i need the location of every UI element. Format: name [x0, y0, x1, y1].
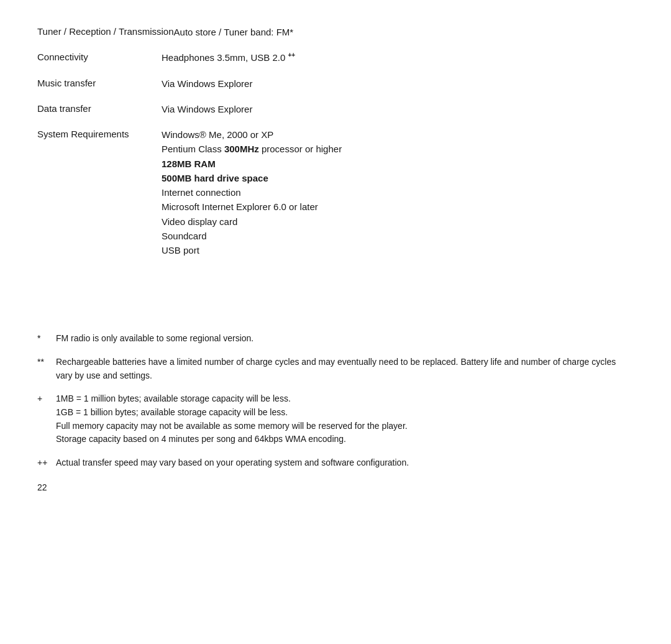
footnote-text-double-star: Rechargeable batteries have a limited nu…: [56, 356, 634, 382]
footnote-marker-star: *: [37, 332, 56, 346]
specs-table: Tuner / Reception / Transmission Auto st…: [37, 25, 634, 257]
sysreq-line-5: Internet connection: [162, 185, 634, 200]
sysreq-bold-1: 300MHz: [224, 144, 259, 154]
footnote-marker-plus: +: [37, 392, 56, 446]
sysreq-line-9: USB port: [162, 243, 634, 257]
footnote-item-plus: + 1MB = 1 million bytes; available stora…: [37, 392, 634, 446]
spec-label-system-requirements: System Requirements: [37, 127, 162, 257]
page-number: 22: [37, 482, 634, 492]
footnotes-section: * FM radio is only available to some reg…: [37, 332, 634, 470]
connectivity-value-line: Headphones 3.5mm, USB 2.0 ++: [162, 50, 634, 65]
spec-value-music-transfer: Via Windows Explorer: [162, 76, 634, 91]
tuner-value-line: Auto store / Tuner band: FM*: [174, 25, 634, 39]
spec-label-music-transfer: Music transfer: [37, 76, 162, 91]
spec-label-connectivity: Connectivity: [37, 50, 162, 65]
footnote-marker-double-plus: ++: [37, 456, 56, 470]
spec-label-data-transfer: Data transfer: [37, 102, 162, 116]
spec-row-data-transfer: Data transfer Via Windows Explorer: [37, 102, 634, 116]
footnote-text-double-plus: Actual transfer speed may vary based on …: [56, 456, 634, 470]
spec-value-system-requirements: Windows® Me, 2000 or XP Pentium Class 30…: [162, 127, 634, 257]
spec-label-tuner: Tuner / Reception / Transmission: [37, 25, 174, 39]
spec-value-data-transfer: Via Windows Explorer: [162, 102, 634, 116]
spec-value-connectivity: Headphones 3.5mm, USB 2.0 ++: [162, 50, 634, 65]
footnote-item-double-star: ** Rechargeable batteries have a limited…: [37, 356, 634, 382]
sysreq-line-6: Microsoft Internet Explorer 6.0 or later: [162, 200, 634, 214]
footnote-text-star: FM radio is only available to some regio…: [56, 332, 634, 346]
superscript-plus-plus: ++: [288, 52, 295, 58]
footnote-item-double-plus: ++ Actual transfer speed may vary based …: [37, 456, 634, 470]
footnote-text-plus: 1MB = 1 million bytes; available storage…: [56, 392, 634, 446]
sysreq-line-7: Video display card: [162, 214, 634, 229]
sysreq-line-2: Pentium Class 300MHz processor or higher: [162, 142, 634, 156]
music-transfer-value-line: Via Windows Explorer: [162, 76, 634, 91]
spec-row-tuner: Tuner / Reception / Transmission Auto st…: [37, 25, 634, 39]
sysreq-line-8: Soundcard: [162, 229, 634, 243]
spec-row-connectivity: Connectivity Headphones 3.5mm, USB 2.0 +…: [37, 50, 634, 65]
spec-row-music-transfer: Music transfer Via Windows Explorer: [37, 76, 634, 91]
sysreq-line-4: 500MB hard drive space: [162, 171, 634, 185]
spec-value-tuner: Auto store / Tuner band: FM*: [174, 25, 634, 39]
sysreq-line-1: Windows® Me, 2000 or XP: [162, 127, 634, 142]
footnote-marker-double-star: **: [37, 356, 56, 382]
footnote-item-star: * FM radio is only available to some reg…: [37, 332, 634, 346]
spec-row-system-requirements: System Requirements Windows® Me, 2000 or…: [37, 127, 634, 257]
data-transfer-value-line: Via Windows Explorer: [162, 102, 634, 116]
sysreq-line-3: 128MB RAM: [162, 157, 634, 171]
page-content: Tuner / Reception / Transmission Auto st…: [37, 25, 634, 492]
